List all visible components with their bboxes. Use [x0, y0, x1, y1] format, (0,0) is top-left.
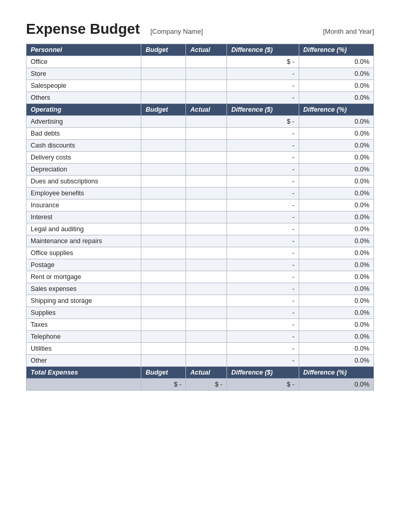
row-actual — [186, 247, 227, 259]
row-diff-pct: 0.0% — [299, 116, 374, 128]
row-budget — [141, 223, 186, 235]
row-actual — [186, 140, 227, 152]
row-actual — [186, 319, 227, 331]
row-diff-dollar: - — [227, 331, 299, 343]
operating-row: Depreciation - 0.0% — [26, 164, 374, 176]
row-diff-dollar: - — [227, 259, 299, 271]
row-label: Other — [26, 355, 141, 367]
row-budget — [141, 283, 186, 295]
col-diff-dollar: Difference ($) — [227, 44, 299, 56]
row-diff-dollar: - — [227, 271, 299, 283]
operating-section-header: Operating Budget Actual Difference ($) D… — [26, 104, 374, 116]
month-year: [Month and Year] — [323, 28, 374, 35]
operating-row: Advertising $ - 0.0% — [26, 116, 374, 128]
row-label: Delivery costs — [26, 152, 141, 164]
row-diff-pct: 0.0% — [299, 355, 374, 367]
row-label: Utilities — [26, 343, 141, 355]
row-label: Employee benefits — [26, 188, 141, 200]
operating-row: Sales expenses - 0.0% — [26, 283, 374, 295]
total-budget-label: Budget — [141, 367, 186, 379]
row-label: Postage — [26, 259, 141, 271]
row-diff-dollar: - — [227, 68, 299, 80]
row-budget — [141, 116, 186, 128]
total-actual-label: Actual — [186, 367, 227, 379]
row-label: Store — [26, 68, 141, 80]
total-expenses-header: Total Expenses Budget Actual Difference … — [26, 367, 374, 379]
row-diff-dollar: - — [227, 164, 299, 176]
operating-row: Cash discounts - 0.0% — [26, 140, 374, 152]
row-actual — [186, 355, 227, 367]
personnel-row: Store - 0.0% — [26, 68, 374, 80]
operating-row: Employee benefits - 0.0% — [26, 188, 374, 200]
operating-row: Bad debts - 0.0% — [26, 128, 374, 140]
operating-row: Dues and subscriptions - 0.0% — [26, 176, 374, 188]
row-budget — [141, 319, 186, 331]
row-label: Salespeople — [26, 80, 141, 92]
row-diff-dollar: - — [227, 140, 299, 152]
row-actual — [186, 152, 227, 164]
row-actual — [186, 188, 227, 200]
row-diff-pct: 0.0% — [299, 176, 374, 188]
row-diff-dollar: $ - — [227, 56, 299, 68]
row-diff-pct: 0.0% — [299, 68, 374, 80]
row-diff-pct: 0.0% — [299, 283, 374, 295]
operating-row: Maintenance and repairs - 0.0% — [26, 235, 374, 247]
personnel-row: Office $ - 0.0% — [26, 56, 374, 68]
row-label: Shipping and storage — [26, 295, 141, 307]
row-diff-dollar: - — [227, 319, 299, 331]
total-label: Total Expenses — [26, 367, 141, 379]
row-label: Taxes — [26, 319, 141, 331]
row-diff-dollar: - — [227, 152, 299, 164]
operating-row: Rent or mortgage - 0.0% — [26, 271, 374, 283]
row-budget — [141, 271, 186, 283]
row-budget — [141, 164, 186, 176]
row-actual — [186, 116, 227, 128]
personnel-header-row: Personnel Budget Actual Difference ($) D… — [26, 44, 374, 56]
row-actual — [186, 211, 227, 223]
col-actual: Actual — [186, 44, 227, 56]
personnel-row: Salespeople - 0.0% — [26, 80, 374, 92]
row-diff-dollar: - — [227, 283, 299, 295]
row-budget — [141, 188, 186, 200]
row-budget — [141, 152, 186, 164]
row-label: Maintenance and repairs — [26, 235, 141, 247]
row-label: Legal and auditing — [26, 223, 141, 235]
row-diff-pct: 0.0% — [299, 319, 374, 331]
row-budget — [141, 259, 186, 271]
row-label: Supplies — [26, 307, 141, 319]
row-label: Office supplies — [26, 247, 141, 259]
operating-row: Utilities - 0.0% — [26, 343, 374, 355]
totals-empty — [26, 379, 141, 391]
row-diff-dollar: - — [227, 223, 299, 235]
row-budget — [141, 295, 186, 307]
row-diff-dollar: - — [227, 200, 299, 211]
operating-row: Office supplies - 0.0% — [26, 247, 374, 259]
row-label: Bad debts — [26, 128, 141, 140]
totals-budget: $ - — [141, 379, 186, 391]
col-personnel: Personnel — [26, 44, 141, 56]
row-diff-dollar: - — [227, 355, 299, 367]
row-diff-dollar: - — [227, 188, 299, 200]
row-diff-dollar: - — [227, 211, 299, 223]
row-diff-pct: 0.0% — [299, 164, 374, 176]
row-actual — [186, 128, 227, 140]
row-diff-pct: 0.0% — [299, 247, 374, 259]
row-diff-dollar: - — [227, 343, 299, 355]
row-actual — [186, 307, 227, 319]
row-actual — [186, 68, 227, 80]
row-label: Depreciation — [26, 164, 141, 176]
row-label: Others — [26, 92, 141, 104]
row-diff-dollar: - — [227, 307, 299, 319]
row-diff-pct: 0.0% — [299, 259, 374, 271]
operating-row: Postage - 0.0% — [26, 259, 374, 271]
row-diff-pct: 0.0% — [299, 128, 374, 140]
row-diff-pct: 0.0% — [299, 56, 374, 68]
row-actual — [186, 331, 227, 343]
row-diff-pct: 0.0% — [299, 80, 374, 92]
row-diff-pct: 0.0% — [299, 307, 374, 319]
row-actual — [186, 259, 227, 271]
operating-budget-label: Budget — [141, 104, 186, 116]
row-actual — [186, 200, 227, 211]
row-budget — [141, 343, 186, 355]
row-label: Insurance — [26, 200, 141, 211]
